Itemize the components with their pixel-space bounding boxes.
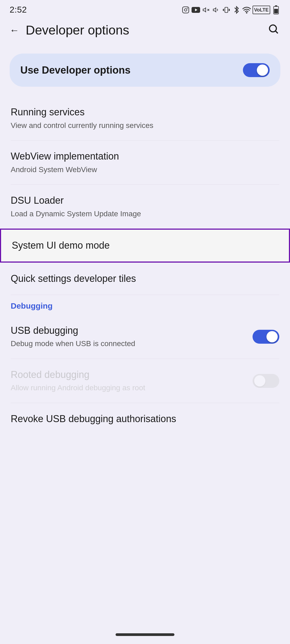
dsu-loader-subtitle: Load a Dynamic System Update Image <box>11 209 279 219</box>
search-button[interactable] <box>268 23 279 37</box>
webview-title: WebView implementation <box>11 150 279 163</box>
home-indicator <box>0 628 290 644</box>
content: Use Developer options Running services V… <box>0 43 290 467</box>
volume-icon-2 <box>212 6 220 14</box>
svg-point-18 <box>269 25 276 32</box>
developer-options-label: Use Developer options <box>20 65 131 76</box>
debugging-section-header: Debugging <box>0 295 290 315</box>
home-bar <box>116 633 174 636</box>
settings-item-dsu-loader[interactable]: DSU Loader Load a Dynamic System Update … <box>0 185 290 229</box>
toolbar: ← Developer options <box>0 17 290 43</box>
revoke-usb-title: Revoke USB debugging authorisations <box>11 413 279 425</box>
rooted-debugging-title: Rooted debugging <box>11 369 246 381</box>
running-services-title: Running services <box>11 106 279 119</box>
svg-point-14 <box>246 12 247 13</box>
svg-rect-9 <box>225 7 228 13</box>
running-services-subtitle: View and control currently running servi… <box>11 120 279 131</box>
wifi-icon <box>242 6 251 14</box>
settings-item-usb-debugging[interactable]: USB debugging Debug mode when USB is con… <box>0 315 290 359</box>
svg-marker-8 <box>213 8 216 12</box>
svg-marker-5 <box>203 8 206 12</box>
debugging-section-label: Debugging <box>11 301 53 310</box>
usb-debugging-title: USB debugging <box>11 324 246 337</box>
status-icons: VoLTE <box>181 6 280 14</box>
settings-item-webview[interactable]: WebView implementation Android System We… <box>0 141 290 184</box>
usb-debugging-subtitle: Debug mode when USB is connected <box>11 338 246 349</box>
bottom-spacer <box>0 435 290 461</box>
rooted-debugging-toggle <box>253 374 279 388</box>
system-ui-demo-title: System UI demo mode <box>12 239 278 252</box>
vibrate-icon <box>222 6 231 14</box>
svg-rect-16 <box>275 5 277 7</box>
volume-mute-icon <box>202 6 210 14</box>
svg-point-2 <box>187 7 188 8</box>
lte-icon: VoLTE <box>253 6 270 14</box>
svg-rect-0 <box>182 7 189 13</box>
dsu-loader-title: DSU Loader <box>11 194 279 207</box>
settings-list: Running services View and control curren… <box>0 96 290 435</box>
instagram-icon <box>181 6 190 14</box>
settings-item-running-services[interactable]: Running services View and control curren… <box>0 96 290 140</box>
page-title: Developer options <box>26 23 129 37</box>
rooted-debugging-subtitle: Allow running Android debugging as root <box>11 382 246 393</box>
settings-item-rooted-debugging: Rooted debugging Allow running Android d… <box>0 359 290 403</box>
settings-item-revoke-usb[interactable]: Revoke USB debugging authorisations <box>0 403 290 435</box>
webview-subtitle: Android System WebView <box>11 164 279 175</box>
bluetooth-icon <box>232 6 241 14</box>
svg-rect-17 <box>274 9 278 13</box>
status-time: 2:52 <box>10 5 27 15</box>
svg-point-1 <box>184 9 187 11</box>
usb-debugging-toggle[interactable] <box>253 330 279 344</box>
settings-item-quick-settings[interactable]: Quick settings developer tiles <box>0 263 290 295</box>
battery-icon <box>272 6 280 14</box>
back-button[interactable]: ← <box>10 25 19 36</box>
settings-item-system-ui-demo[interactable]: System UI demo mode <box>0 229 290 263</box>
quick-settings-title: Quick settings developer tiles <box>11 272 279 285</box>
youtube-icon <box>192 6 200 14</box>
status-bar: 2:52 <box>0 0 290 17</box>
developer-options-toggle[interactable] <box>243 63 270 77</box>
developer-options-toggle-card[interactable]: Use Developer options <box>10 54 280 87</box>
svg-line-19 <box>276 31 278 33</box>
